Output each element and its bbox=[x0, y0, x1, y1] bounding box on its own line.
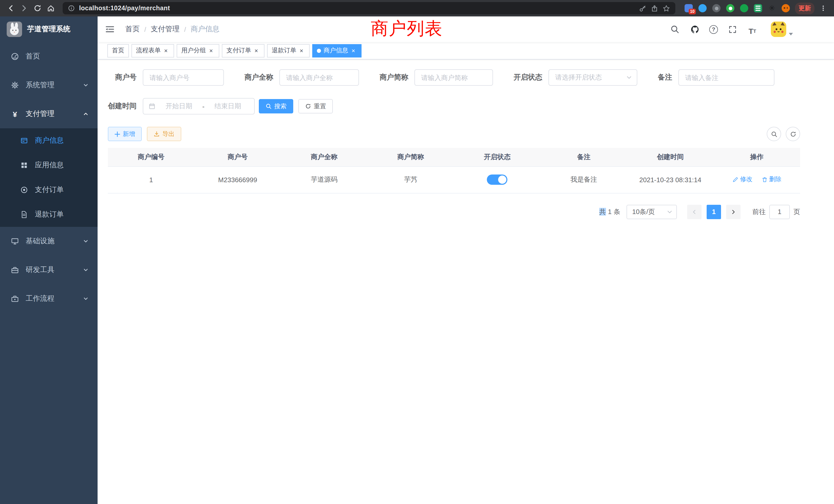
sidebar-item-refund-order[interactable]: 退款订单 bbox=[0, 202, 97, 227]
status-toggle[interactable] bbox=[487, 175, 508, 185]
logo-avatar bbox=[7, 22, 22, 37]
reset-button[interactable]: 重置 bbox=[299, 99, 333, 113]
filter-row: 创建时间 开始日期 - 结束日期 bbox=[108, 98, 800, 114]
home-icon[interactable] bbox=[44, 2, 58, 15]
sidebar-item-payment[interactable]: ¥ 支付管理 bbox=[0, 99, 97, 128]
browser-menu-icon[interactable] bbox=[816, 2, 830, 15]
date-start-placeholder: 开始日期 bbox=[158, 101, 200, 111]
extension-icon[interactable]: 10 bbox=[684, 4, 693, 12]
column-header: 商户全称 bbox=[281, 148, 368, 166]
full-name-input[interactable] bbox=[279, 69, 359, 86]
toolbox-icon bbox=[11, 266, 19, 274]
merchant-no-input[interactable] bbox=[143, 69, 224, 86]
merchant-card-icon bbox=[20, 137, 28, 145]
back-icon[interactable] bbox=[4, 2, 18, 15]
avatar-image bbox=[771, 22, 786, 37]
url-bar[interactable]: localhost:1024/pay/merchant bbox=[63, 2, 675, 14]
extension-icon[interactable]: ✳ bbox=[768, 4, 776, 12]
status-select[interactable]: 请选择开启状态 bbox=[548, 69, 637, 86]
tab-user-group[interactable]: 用户分组× bbox=[177, 44, 219, 57]
grid-icon bbox=[20, 161, 28, 169]
close-icon[interactable]: × bbox=[162, 47, 170, 54]
page-size-select[interactable]: 10条/页 bbox=[627, 205, 677, 219]
tab-refund-order[interactable]: 退款订单× bbox=[267, 44, 310, 57]
refresh-table-button[interactable] bbox=[786, 127, 800, 141]
short-name-input[interactable] bbox=[414, 69, 493, 86]
table-tools bbox=[767, 127, 800, 141]
gear-icon bbox=[11, 81, 19, 89]
extension-icon[interactable] bbox=[726, 4, 734, 12]
refresh-icon bbox=[305, 103, 311, 109]
password-key-icon[interactable] bbox=[639, 4, 646, 12]
table-header-row: 商户编号 商户号 商户全称 商户简称 开启状态 备注 创建时间 操作 bbox=[108, 148, 800, 166]
share-icon[interactable] bbox=[651, 4, 658, 12]
chevron-down-icon bbox=[83, 268, 88, 273]
sidebar: 芋道管理系统 首页 系统管理 bbox=[0, 17, 97, 504]
extension-icon[interactable] bbox=[740, 4, 748, 12]
cell-short-name: 芋艿 bbox=[368, 166, 454, 193]
filter-create-time: 创建时间 开始日期 - 结束日期 bbox=[108, 98, 255, 114]
browser-update-button[interactable]: 更新 bbox=[795, 2, 814, 14]
extension-icon[interactable] bbox=[712, 4, 721, 12]
dashboard-icon bbox=[11, 52, 19, 61]
cell-actions: 修改 删除 bbox=[714, 166, 800, 193]
close-icon[interactable]: × bbox=[253, 47, 260, 54]
breadcrumb-home[interactable]: 首页 bbox=[125, 25, 140, 34]
sidebar-item-infrastructure[interactable]: 基础设施 bbox=[0, 227, 97, 256]
add-button[interactable]: 新增 bbox=[108, 127, 142, 141]
search-button[interactable]: 搜索 bbox=[259, 99, 293, 113]
github-icon[interactable] bbox=[689, 24, 701, 35]
tab-pay-order[interactable]: 支付订单× bbox=[222, 44, 264, 57]
tab-process-form[interactable]: 流程表单× bbox=[131, 44, 174, 57]
reload-icon[interactable] bbox=[31, 2, 44, 15]
user-avatar[interactable] bbox=[771, 22, 793, 37]
tab-home[interactable]: 首页 bbox=[107, 44, 129, 57]
tab-merchant-info[interactable]: 商户信息× bbox=[312, 44, 361, 57]
sidebar-item-system[interactable]: 系统管理 bbox=[0, 71, 97, 99]
next-page-button[interactable] bbox=[726, 205, 741, 219]
extension-icon[interactable] bbox=[754, 4, 762, 12]
sidebar-item-app-info[interactable]: 应用信息 bbox=[0, 153, 97, 178]
plus-icon bbox=[114, 131, 120, 137]
fullscreen-icon[interactable] bbox=[727, 24, 738, 35]
edit-link[interactable]: 修改 bbox=[732, 175, 752, 184]
sidebar-logo[interactable]: 芋道管理系统 bbox=[0, 17, 97, 42]
app-title: 芋道管理系统 bbox=[27, 25, 70, 34]
page-number-button[interactable]: 1 bbox=[707, 205, 721, 219]
chevron-down-icon bbox=[83, 239, 88, 244]
search-icon[interactable] bbox=[669, 24, 680, 35]
info-icon[interactable] bbox=[68, 5, 75, 12]
close-icon[interactable]: × bbox=[207, 47, 215, 54]
help-icon[interactable]: ? bbox=[709, 25, 718, 33]
sidebar-item-workflow[interactable]: 工作流程 bbox=[0, 284, 97, 313]
browser-profile-avatar[interactable] bbox=[782, 4, 790, 12]
extension-icon[interactable] bbox=[698, 4, 707, 12]
chevron-down-icon bbox=[83, 296, 88, 301]
tags-bar: 首页 流程表单× 用户分组× 支付订单× 退款订单× 商户信息× bbox=[97, 42, 834, 60]
search-icon bbox=[265, 103, 272, 109]
close-icon[interactable]: × bbox=[350, 47, 357, 54]
date-range-picker[interactable]: 开始日期 - 结束日期 bbox=[143, 98, 255, 114]
remark-input[interactable] bbox=[678, 69, 774, 86]
chevron-down-icon bbox=[83, 83, 88, 88]
breadcrumb-payment[interactable]: 支付管理 bbox=[151, 25, 179, 34]
bookmark-star-icon[interactable] bbox=[662, 4, 670, 12]
chevron-up-icon bbox=[83, 111, 88, 116]
hamburger-icon[interactable] bbox=[97, 17, 122, 42]
short-name-label: 商户简称 bbox=[379, 73, 414, 82]
filter-remark: 备注 bbox=[658, 69, 774, 86]
forward-icon[interactable] bbox=[18, 2, 31, 15]
sidebar-item-home[interactable]: 首页 bbox=[0, 42, 97, 71]
sidebar-item-devtools[interactable]: 研发工具 bbox=[0, 256, 97, 284]
toggle-search-button[interactable] bbox=[767, 127, 781, 141]
delete-link[interactable]: 删除 bbox=[761, 175, 781, 184]
font-size-icon[interactable]: TT bbox=[747, 24, 758, 35]
export-button[interactable]: 导出 bbox=[147, 127, 181, 141]
goto-page-input[interactable] bbox=[769, 205, 790, 219]
sidebar-item-pay-order[interactable]: 支付订单 bbox=[0, 178, 97, 202]
sidebar-item-merchant-info[interactable]: 商户信息 bbox=[0, 128, 97, 153]
caret-down-icon bbox=[789, 33, 793, 36]
prev-page-button[interactable] bbox=[687, 205, 702, 219]
chevron-down-icon bbox=[666, 209, 673, 215]
close-icon[interactable]: × bbox=[298, 47, 305, 54]
